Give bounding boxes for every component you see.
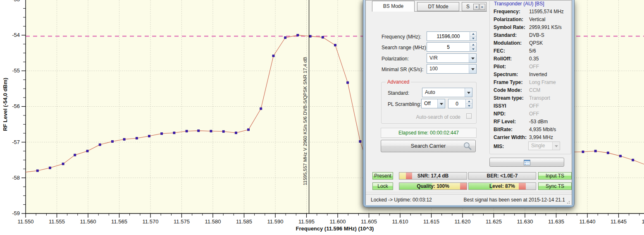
data-point-marker [284,37,286,39]
tab-scroll-left-button[interactable]: ◄ [473,4,479,10]
transponder-row-label: Pilot: [494,64,506,70]
minimal-sr-value: 100 [429,66,438,72]
search-range-input[interactable] [427,42,470,52]
chevron-down-icon[interactable] [437,99,445,108]
x-tick-label: 11.575 [174,218,190,225]
y-tick-label: -55 [12,67,20,74]
transponder-row-value: Transport [529,95,550,101]
transponder-row-value: OFF [529,64,539,70]
auto-search-label: Auto-search of code [388,114,460,120]
pl-scrambling-select[interactable]: Off [421,99,445,108]
transponder-row-label: FEC: [494,48,505,54]
transponder-row-label: ISSYI [494,103,506,109]
polarization-label: Polarization: [382,56,409,62]
y-tick-label: -59 [12,210,20,216]
standard-value: Auto [425,89,435,95]
polarization-select[interactable]: V/R [427,53,477,63]
x-tick-label: 11.560 [80,218,96,225]
data-point-marker [99,144,101,146]
transponder-row-label: Spectrum: [494,72,518,77]
x-tick-label: 11.570 [143,218,159,225]
mis-select[interactable]: Single [528,141,560,150]
y-tick-label: -54 [12,32,20,38]
y-tick-label: -58 [12,175,20,181]
transponder-row-label: Carrier Width: [494,134,527,140]
lock-indicator: Lock [372,182,393,190]
transponder-row-value: DVB-S [529,32,544,38]
ts-list-button[interactable] [489,158,564,167]
search-carrier-button[interactable]: Search Carrier [381,140,476,152]
spin-down-icon[interactable] [470,36,476,41]
auto-search-checkbox[interactable] [466,113,472,119]
chevron-down-icon[interactable] [465,88,472,97]
data-point-marker [173,132,175,134]
transponder-row-label: RF Level: [494,119,516,125]
data-point-marker [86,150,88,152]
standard-select[interactable]: Auto [422,88,472,97]
present-indicator: Present [372,172,393,180]
chevron-down-icon [552,142,560,150]
data-point-marker [347,82,349,84]
transponder-row: Carrier Width:3,994 MHz [489,134,571,141]
input-ts-indicator: Input TS [538,172,572,180]
chevron-down-icon[interactable] [469,54,476,62]
x-tick-label: 11.565 [111,218,127,225]
data-point-marker [148,135,150,137]
mis-value: Single [531,143,545,149]
transponder-row-value: Vertical [529,17,545,22]
frequency-spinner[interactable] [470,31,477,41]
tab-dt-mode[interactable]: DT Mode [417,2,459,11]
data-point-marker [186,130,188,132]
x-axis-title: Frequency (11.596 MHz) (10^3) [26,225,644,232]
frequency-input[interactable] [427,31,470,41]
minimal-sr-select[interactable]: 100 [427,64,477,74]
pl-code-spinner[interactable] [465,99,472,108]
transponder-group-title: Transponder (AU) [BS] [493,1,546,7]
spin-down-icon[interactable] [470,47,476,51]
transponder-row: Symbol Rate:2959,991 KS/s [489,24,571,31]
level-bar: Level: 87% [468,182,536,190]
spin-up-icon[interactable] [470,32,476,36]
data-point-marker [62,163,64,165]
carrier-annotation: 11595,557 MHz V 2960 KS/s 5/6 DVB-S/QPSK… [303,57,308,185]
transponder-row-value: QPSK [529,40,543,46]
list-icon [524,160,530,165]
transponder-row: Frequency:11595,574 MHz [489,9,571,15]
data-point-marker [260,108,262,110]
data-point-marker [272,55,274,57]
x-tick-label: 11.585 [236,218,252,225]
best-signal-status: Best signal has been seen at 2015-12-14 … [463,197,565,203]
transponder-row: Frame Type:Long Frame [489,79,571,86]
data-point-marker [594,150,596,152]
transponder-row-value: -53 dBm [529,119,548,125]
advanced-group-title: Advanced [386,79,411,85]
x-tick-label: 11.635 [548,218,564,225]
spin-up-icon[interactable] [470,43,476,47]
snr-bar: SNR: 17,4 dB [399,172,467,180]
spin-down-icon[interactable] [466,104,472,108]
resize-grip[interactable] [567,200,571,204]
spin-up-icon[interactable] [466,99,472,104]
data-point-marker [123,138,125,140]
chevron-down-icon[interactable] [469,65,476,73]
data-point-marker [74,154,76,156]
data-point-marker [582,151,584,153]
transponder-row-value: Inverted [529,72,547,77]
transponder-row-label: NPD: [494,111,506,117]
data-point-marker [322,36,324,38]
transponder-row-value: 5/6 [529,48,536,54]
transponder-row: FEC:5/6 [489,48,571,54]
search-range-spinner[interactable] [470,42,477,52]
snr-bar-text: SNR: 17,4 dB [399,173,467,179]
x-tick-label: 11.580 [205,218,221,225]
x-tick-label: 11.550 [18,218,34,225]
data-point-marker [210,130,212,132]
tab-scroll-right-button[interactable]: ► [479,4,485,10]
pl-scrambling-value: Off [424,101,431,106]
transponder-row: Standard:DVB-S [489,32,571,38]
tab-scroller: ◄ ► [473,4,485,10]
pl-code-input[interactable] [448,99,466,108]
search-dialog: BS Mode DT Mode S ◄ ► Frequency (MHz): S… [363,0,575,207]
y-tick-label: -57 [12,139,20,145]
tab-bs-mode[interactable]: BS Mode [372,1,415,12]
